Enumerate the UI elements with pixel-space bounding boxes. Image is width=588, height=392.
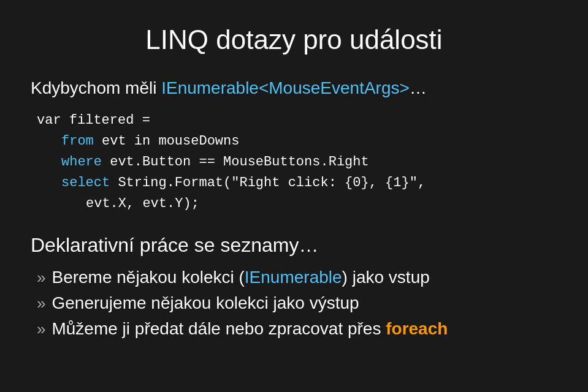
code-line-1: var filtered =: [37, 110, 557, 131]
subtitle-highlight: IEnumerable<MouseEventArgs>: [161, 78, 410, 97]
code-keyword-where: where: [61, 154, 102, 170]
subtitle-line: Kdybychom měli IEnumerable<MouseEventArg…: [31, 78, 557, 98]
code-keyword-select: select: [61, 175, 110, 190]
code-block: var filtered = from evt in mouseDowns wh…: [31, 110, 557, 214]
bullet-highlight-1: IEnumerable: [245, 268, 342, 287]
bullet-arrow-2: »: [37, 294, 45, 313]
code-line-3: where evt.Button == MouseButtons.Right: [37, 152, 557, 173]
bullet-arrow-3: »: [37, 320, 45, 339]
subtitle-suffix: …: [410, 78, 427, 97]
code-line-2: from evt in mouseDowns: [37, 131, 557, 152]
bullet-list: » Bereme nějakou kolekci (IEnumerable) j…: [31, 268, 557, 345]
bullet-text-3: Můžeme ji předat dále nebo zpracovat pře…: [52, 319, 448, 339]
bullet-arrow-1: »: [37, 268, 45, 287]
bullet-item-2: » Generujeme nějakou kolekci jako výstup: [37, 293, 557, 313]
bullet-text-2: Generujeme nějakou kolekci jako výstup: [52, 293, 359, 313]
bullet-text-1: Bereme nějakou kolekci (IEnumerable) jak…: [52, 268, 429, 287]
page-title: LINQ dotazy pro události: [31, 24, 557, 55]
code-line-4: select String.Format("Right click: {0}, …: [37, 173, 557, 194]
code-rest-3: evt.Button == MouseButtons.Right: [102, 154, 369, 170]
code-line-5: evt.X, evt.Y);: [37, 194, 557, 214]
bullet-item-1: » Bereme nějakou kolekci (IEnumerable) j…: [37, 268, 557, 287]
bullet-highlight-3: foreach: [386, 319, 448, 338]
bullet-item-3: » Můžeme ji předat dále nebo zpracovat p…: [37, 319, 557, 339]
code-rest-4: String.Format("Right click: {0}, {1}",: [110, 175, 426, 190]
code-keyword-from: from: [61, 134, 94, 149]
subtitle-prefix: Kdybychom měli: [31, 78, 161, 97]
code-rest-2: evt in mouseDowns: [94, 134, 240, 149]
section-title: Deklarativní práce se seznamy…: [31, 234, 557, 257]
